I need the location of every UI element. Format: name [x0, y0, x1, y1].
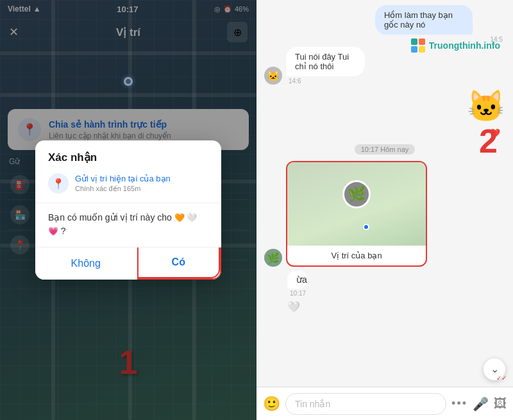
message-placeholder: Tin nhắn — [295, 399, 330, 409]
confirm-modal: Xác nhận 📍 Gửi vị trí hiện tại của bạn C… — [35, 140, 221, 280]
location-message-label: Vị trí của bạn — [287, 246, 426, 265]
location-map-preview: 🌿 — [287, 162, 426, 246]
incoming-bubble: ừa 10:17 — [287, 271, 316, 297]
chevron-down-icon: ⌄ — [491, 364, 499, 374]
logo-square — [419, 46, 425, 53]
message-time: 14:6 — [286, 78, 399, 85]
avatar: 🐱 — [264, 67, 282, 85]
watermark-logo — [411, 38, 425, 53]
modal-location-sub: Chính xác đến 165m — [75, 185, 171, 193]
read-check-icon: ✓✓ — [496, 374, 507, 382]
more-options-button[interactable]: ••• — [451, 397, 467, 410]
scroll-down-button[interactable]: ⌄ ✓✓ — [484, 358, 505, 380]
logo-square — [411, 46, 417, 53]
yes-button[interactable]: Có — [137, 248, 221, 278]
chat-area: Hồm làm thay bạn gốc này nó 14:5 🐱 Tui n… — [256, 0, 513, 387]
logo-square — [419, 38, 425, 45]
modal-question-text: Bạn có muốn gửi vị trí này cho 🧡 🤍 💗 ? — [35, 203, 221, 247]
step-2-label: 2 — [479, 122, 498, 160]
yes-button-wrap: Có — [137, 248, 222, 280]
no-button[interactable]: Không — [35, 248, 137, 280]
message-text: Tui nói đây Tui chỉ nó thôi — [286, 47, 365, 76]
list-item: Hồm làm thay bạn gốc này nó 14:5 — [375, 5, 505, 43]
location-message-card[interactable]: 🌿 Vị trí của bạn — [286, 161, 427, 267]
modal-location-info: Gửi vị trí hiện tại của bạn Chính xác đế… — [75, 174, 171, 193]
image-button[interactable]: 🖼 — [494, 396, 507, 411]
message-text: Hồm làm thay bạn gốc này nó — [384, 10, 453, 29]
watermark: Truongthinh.info — [411, 38, 500, 53]
location-sender-avatar: 🌿 — [342, 180, 371, 208]
message-input[interactable]: Tin nhắn — [285, 393, 446, 415]
sticker-cat-icon: 🐱 — [467, 89, 505, 123]
modal-title: Xác nhận — [35, 140, 221, 164]
modal-buttons: Không Có — [35, 247, 221, 280]
microphone-button[interactable]: 🎤 — [473, 396, 489, 412]
emoji-button[interactable]: 🙂 — [263, 396, 280, 412]
message-input-bar: 🙂 Tin nhắn ••• 🎤 🖼 — [256, 387, 513, 420]
modal-location-icon: 📍 — [48, 173, 69, 194]
heart-icon: 🤍 — [287, 301, 300, 312]
modal-location-title: Gửi vị trí hiện tại của bạn — [75, 174, 171, 183]
logo-square — [411, 38, 417, 45]
list-item: 🌿 🌿 Vị trí của bạn — [264, 161, 427, 267]
date-divider: 10:17 Hôm nay — [355, 144, 416, 155]
modal-location-row: 📍 Gửi vị trí hiện tại của bạn Chính xác … — [35, 164, 221, 203]
right-panel: Truongthinh.info 2 Hồm làm thay bạn gốc … — [256, 0, 513, 420]
left-panel: Viettel ▲ 10:17 ◎ ⏰ 46% ✕ Vị trí ⊕ 📍 Chi… — [0, 0, 256, 420]
sticker-message: 🐱 — [467, 88, 505, 124]
list-item: ừa 10:17 — [287, 271, 316, 297]
modal-overlay: Xác nhận 📍 Gửi vị trí hiện tại của bạn C… — [0, 0, 256, 420]
message-text: ừa — [287, 271, 307, 289]
watermark-text: Truongthinh.info — [429, 40, 500, 51]
message-time: 10:17 — [287, 290, 316, 297]
bubble-content: Tui nói đây Tui chỉ nó thôi 14:6 — [286, 47, 399, 85]
like-button[interactable]: 🤍 — [287, 301, 300, 313]
location-pin — [363, 224, 369, 230]
location-pin-icon: 📍 — [52, 178, 65, 190]
avatar: 🌿 — [264, 249, 282, 267]
outgoing-message: Hồm làm thay bạn gốc này nó — [375, 5, 473, 35]
